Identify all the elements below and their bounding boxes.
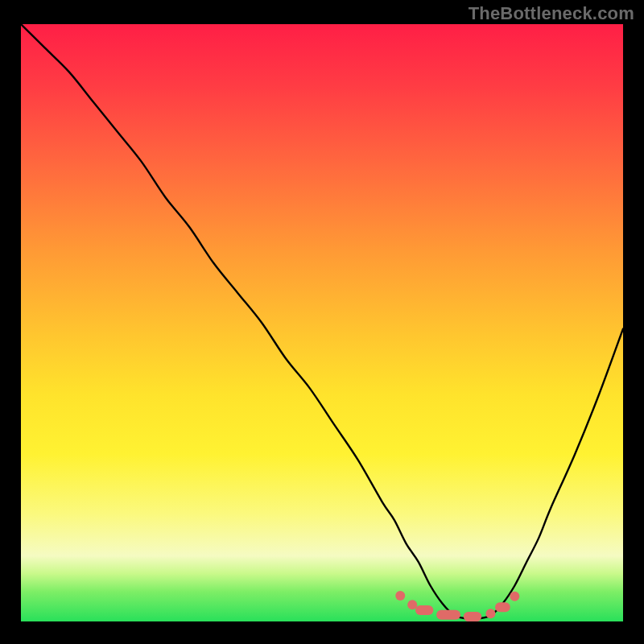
- watermark-label: TheBottleneck.com: [469, 3, 634, 24]
- optimal-marker: [415, 605, 433, 615]
- optimal-marker: [510, 592, 519, 601]
- optimal-marker: [485, 609, 495, 618]
- optimal-marker: [436, 610, 460, 620]
- optimal-marker: [395, 591, 405, 601]
- optimal-marker: [464, 612, 481, 621]
- curve-layer: [21, 24, 623, 621]
- bottleneck-curve: [21, 24, 623, 619]
- optimal-marker: [407, 600, 417, 609]
- plot-area: [21, 24, 623, 621]
- chart-root: TheBottleneck.com: [0, 0, 644, 644]
- optimal-marker: [495, 602, 510, 612]
- optimal-markers: [395, 591, 519, 621]
